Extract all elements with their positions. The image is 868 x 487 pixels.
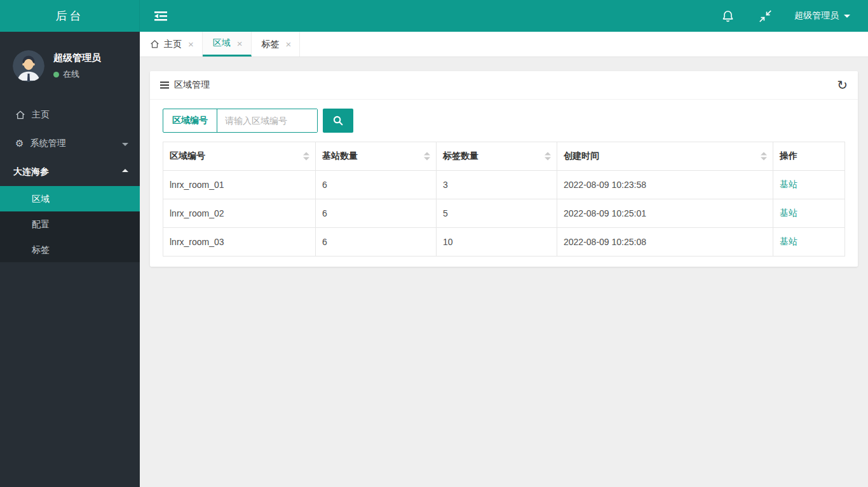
station-link[interactable]: 基站 [780,179,797,189]
table-header-row: 区域编号 基站数量 标签数量 创建时间 [163,142,845,171]
cell-area-id: lnrx_room_03 [163,228,316,257]
sort-icon[interactable] [424,152,430,161]
tab-label: 主页 [164,39,182,50]
avatar [13,50,44,82]
search-input[interactable] [217,109,317,132]
cell-area-id: lnrx_room_01 [163,171,316,199]
online-dot-icon [53,72,59,77]
profile-info: 超级管理员 在线 [53,52,101,80]
close-icon[interactable]: × [237,39,243,48]
table-row: lnrx_room_03 6 10 2022-08-09 10:25:08 基站 [163,228,845,257]
sidebar-item-project[interactable]: 大连海参 [0,157,140,186]
sidebar-item-label: 系统管理 [30,138,65,149]
chevron-down-icon [844,15,850,21]
main-content: 区域管理 ↻ 区域编号 [140,57,868,487]
search-icon [332,115,344,126]
sidebar-item-label: 大连海参 [13,166,49,178]
search-row: 区域编号 [163,109,845,133]
profile-status: 在线 [53,69,101,80]
tab-home[interactable]: 主页 × [140,32,203,57]
close-icon[interactable]: × [188,39,194,49]
table-row: lnrx_room_02 6 5 2022-08-09 10:25:01 基站 [163,199,845,228]
app-brand: 后台 [0,0,140,32]
cell-area-id: lnrx_room_02 [163,199,316,228]
cell-stations: 6 [316,199,437,228]
user-menu[interactable]: 超级管理员 [784,0,868,32]
cell-tags: 5 [437,199,557,228]
search-group: 区域编号 [163,109,318,133]
column-header-created[interactable]: 创建时间 [557,142,773,171]
user-profile: 超级管理员 在线 [0,32,140,100]
chevron-up-icon [122,166,128,172]
sidebar-menu: 主页 ⚙ 系统管理 大连海参 区域 配置 标签 [0,100,140,262]
page-title: 区域管理 [174,79,210,91]
notifications-button[interactable] [709,0,747,32]
tab-label: 区域 [213,37,231,49]
fullscreen-button[interactable] [747,0,784,32]
sort-icon[interactable] [761,152,767,161]
sidebar-item-config[interactable]: 配置 [0,211,140,237]
sidebar-item-system[interactable]: ⚙ 系统管理 [0,129,140,157]
table-row: lnrx_room_01 6 3 2022-08-09 10:23:58 基站 [163,171,845,199]
sidebar: 超级管理员 在线 主页 ⚙ 系统管理 大连海参 区域 配置 标签 [0,32,140,487]
tabbar: 主页 × 区域 × 标签 × [140,32,868,57]
list-icon [160,81,169,89]
tab-label: 标签 [262,39,280,50]
cell-tags: 10 [437,228,557,257]
topbar: 后台 超级管理员 [0,0,868,32]
sidebar-item-home[interactable]: 主页 [0,100,140,129]
sidebar-item-label: 主页 [32,109,50,121]
area-management-card: 区域管理 ↻ 区域编号 [150,71,858,267]
column-header-stations[interactable]: 基站数量 [316,142,437,171]
cell-created: 2022-08-09 10:25:01 [557,199,773,228]
card-header: 区域管理 ↻ [150,71,858,100]
sort-icon[interactable] [303,152,309,161]
online-label: 在线 [63,69,79,80]
station-link[interactable]: 基站 [780,208,797,218]
cell-created: 2022-08-09 10:25:08 [557,228,773,257]
cell-stations: 6 [316,171,437,199]
sort-icon[interactable] [545,152,551,161]
tab-area[interactable]: 区域 × [203,32,252,57]
column-header-actions: 操作 [773,142,845,171]
cell-stations: 6 [316,228,437,257]
home-icon [15,110,25,120]
sidebar-toggle-button[interactable] [140,0,182,32]
search-button[interactable] [323,109,353,133]
close-icon[interactable]: × [286,39,292,49]
bell-icon [721,10,735,23]
column-header-tags[interactable]: 标签数量 [437,142,557,171]
exit-fullscreen-icon [759,10,772,23]
card-body: 区域编号 区域编号 [150,100,858,267]
user-name: 超级管理员 [794,10,839,22]
profile-name: 超级管理员 [53,52,101,64]
tab-tag[interactable]: 标签 × [252,32,301,57]
cell-created: 2022-08-09 10:23:58 [557,171,773,199]
area-table: 区域编号 基站数量 标签数量 创建时间 [163,142,845,257]
refresh-icon[interactable]: ↻ [837,79,848,91]
collapse-menu-icon [154,10,168,22]
home-icon [150,39,159,49]
chevron-down-icon [122,143,128,149]
project-submenu: 区域 配置 标签 [0,186,140,262]
gear-icon: ⚙ [15,138,24,148]
column-header-area-id[interactable]: 区域编号 [163,142,316,171]
sidebar-item-area[interactable]: 区域 [0,186,140,211]
station-link[interactable]: 基站 [780,236,797,246]
sidebar-item-tag[interactable]: 标签 [0,237,140,262]
topbar-right: 超级管理员 [709,0,868,32]
cell-tags: 3 [437,171,557,199]
search-field-label: 区域编号 [163,109,217,132]
